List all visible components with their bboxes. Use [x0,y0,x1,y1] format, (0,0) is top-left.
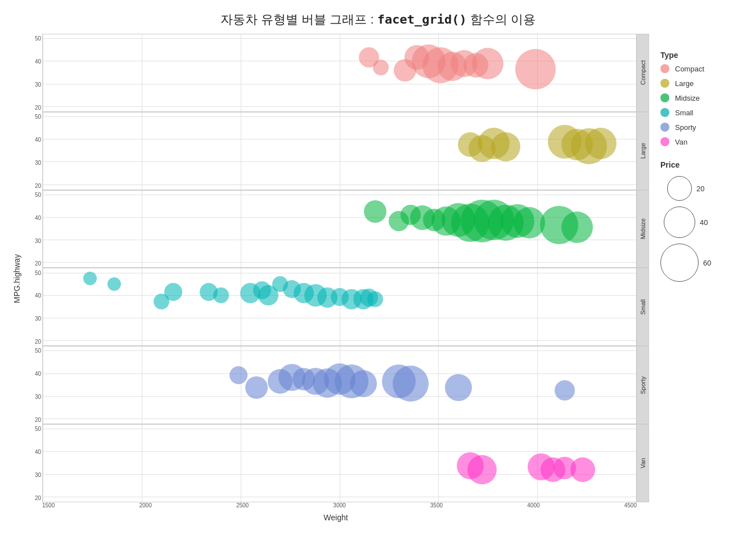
grid-line-v [142,34,142,111]
y-tick-label: 20 [35,417,41,423]
price-legend-item: 60 [660,244,745,282]
legend-area: Type CompactLargeMidsizeSmallSportyVan P… [649,34,745,523]
grid-line-v [142,112,142,190]
grid-line-v [537,346,538,424]
y-tick-label: 30 [35,160,41,166]
y-tick-label: 40 [35,292,41,299]
grid-line-v [241,34,241,111]
y-tick-label: 30 [35,394,41,400]
legend-label: Sporty [675,123,696,132]
grid-line-v [142,425,142,502]
legend-label: Large [675,79,694,88]
grid-line-v [241,112,241,190]
facet-row-van: 20304050Van [22,424,649,502]
facet-panel-small: Small [42,268,649,346]
y-tick-label: 20 [35,183,41,189]
facet-label-strip: Small [636,268,649,345]
x-tick-labels: 1500200025003000350040004500 [42,502,649,508]
y-tick-label: 40 [35,449,41,455]
x-axis-label: Weight [22,508,649,523]
y-axis-ticks: 20304050 [22,268,42,346]
facet-label-text: Van [640,458,646,469]
facet-inner [43,191,636,268]
title-main: 자동차 유형별 버블 그래프 : [220,12,377,26]
price-circle [664,206,695,238]
all-facets: 20304050Compact20304050Large20304050Mids… [22,34,649,502]
grid-line-v [43,268,43,345]
data-bubble [570,457,595,482]
y-tick-label: 50 [35,35,41,42]
facet-row-sporty: 20304050Sporty [22,346,649,424]
data-bubble [164,283,182,301]
price-value: 60 [703,259,711,267]
facet-inner [43,34,636,111]
grid-line-v [340,112,340,190]
legend-dot [660,79,669,88]
y-axis-ticks: 20304050 [22,424,42,502]
main-area: MPG.highway 20304050Compact20304050Large… [11,34,745,523]
y-tick-label: 40 [35,58,41,65]
data-bubble [245,376,268,399]
grid-line-v [43,346,43,424]
facet-label-text: Compact [640,60,646,85]
data-bubble [213,287,229,303]
y-tick-label: 20 [35,339,41,345]
facet-inner [43,268,636,345]
price-legend-title: Price [660,160,745,169]
data-bubble [467,455,497,484]
facet-row-midsize: 20304050Midsize [22,190,649,268]
y-axis-ticks: 20304050 [22,346,42,424]
grid-line-v [340,268,340,345]
title-suffix: 함수의 이용 [467,12,536,26]
facet-label-strip: Van [636,425,649,502]
facet-panel-midsize: Midsize [42,190,649,268]
grid-line-v [438,346,439,424]
facet-panel-compact: Compact [42,34,649,112]
legend-item-small: Small [660,108,745,117]
y-tick-label: 30 [35,316,41,322]
grid-line-v [537,112,538,190]
plot-and-x: 20304050Compact20304050Large20304050Mids… [22,34,649,523]
grid-line-v [43,112,43,190]
y-tick-label: 20 [35,260,41,267]
grid-line-v [438,425,439,502]
facet-label-strip: Compact [636,34,649,111]
legend-item-large: Large [660,79,745,88]
title-code: facet_grid() [377,12,467,26]
x-tick-label: 3000 [333,502,345,508]
y-tick-label: 40 [35,371,41,377]
grid-line-v [241,191,241,268]
data-bubble [585,128,616,159]
facet-inner [43,425,636,502]
legend-item-sporty: Sporty [660,123,745,132]
grid-line-v [142,191,142,268]
legend-label: Small [675,109,694,117]
data-bubble [367,291,383,307]
y-tick-label: 30 [35,82,41,88]
facet-row-large: 20304050Large [22,112,649,190]
data-bubble [107,277,121,291]
price-circle [667,176,692,201]
facet-panel-sporty: Sporty [42,346,649,424]
y-tick-label: 20 [35,105,41,111]
price-circle [660,244,699,282]
legend-item-compact: Compact [660,64,745,73]
grid-line-v [241,425,241,502]
data-bubble [555,380,575,400]
x-tick-label: 1500 [42,502,55,508]
grid-line-v [438,268,439,345]
y-tick-label: 50 [35,426,41,432]
type-legend-items: CompactLargeMidsizeSmallSportyVan [660,64,745,146]
legend-item-van: Van [660,137,745,146]
facet-label-text: Large [640,143,646,159]
grid-line-v [43,191,43,268]
legend-dot [660,137,669,146]
facet-panel-large: Large [42,112,649,190]
data-bubble [491,132,520,161]
x-tick-label: 4000 [527,502,539,508]
y-tick-label: 50 [35,348,41,354]
legend-item-midsize: Midsize [660,93,745,102]
y-tick-label: 20 [35,495,41,501]
price-value: 20 [696,184,704,193]
legend-dot [660,64,669,73]
